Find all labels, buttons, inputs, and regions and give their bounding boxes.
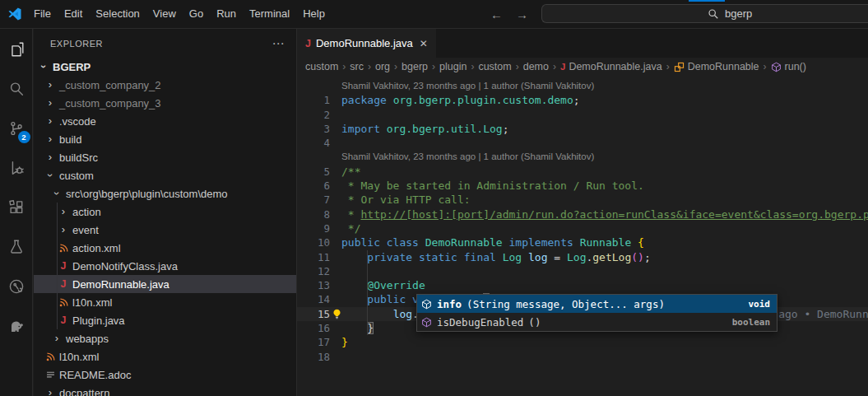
code-text: package org.bgerp.plugin.custom.demo;: [341, 93, 580, 107]
gradle-icon[interactable]: [0, 310, 33, 342]
search-view-icon[interactable]: [0, 72, 33, 105]
tree-item-plugin-java[interactable]: JPlugin.java: [34, 311, 296, 329]
tree-item-l10n-xml[interactable]: l10n.xml: [34, 347, 296, 366]
java-file-icon: J: [57, 260, 70, 272]
breadcrumb-org[interactable]: org: [375, 61, 390, 72]
breadcrumb-custom[interactable]: custom: [305, 61, 338, 72]
tree-item-label: .vscode: [59, 115, 96, 128]
menu-selection[interactable]: Selection: [89, 0, 146, 28]
tree-item-webapps[interactable]: ›webapps: [34, 329, 296, 347]
code-area[interactable]: Shamil Vakhitov, 23 months ago | 1 autho…: [297, 76, 868, 396]
tree-item-demorunnable-java[interactable]: JDemoRunnable.java: [34, 275, 296, 293]
menu-view[interactable]: View: [146, 0, 183, 28]
tree-item-src-org-bgerp-plugin-custom-demo[interactable]: ›src\org\bgerp\plugin\custom\demo: [34, 184, 296, 203]
code-line-6[interactable]: 6 * May be started in Administration / R…: [297, 179, 868, 193]
breadcrumb-bgerp[interactable]: bgerp: [402, 61, 428, 72]
tree-item-buildsrc[interactable]: ›buildSrc: [34, 148, 296, 166]
menu-edit[interactable]: Edit: [58, 0, 89, 28]
code-line-7[interactable]: 7 * Or via HTTP call:: [297, 193, 868, 207]
tree-item-l10n-xml[interactable]: l10n.xml: [34, 293, 296, 311]
tree-item-action[interactable]: ›action: [34, 203, 296, 221]
breadcrumb-plugin[interactable]: plugin: [439, 61, 466, 72]
code-line-9[interactable]: 9 */: [297, 221, 868, 235]
breadcrumb-separator: ›: [471, 61, 474, 72]
code-text: * Or via HTTP call:: [341, 193, 471, 207]
breadcrumb-separator: ›: [764, 61, 767, 72]
tab-demorunnable-java[interactable]: J DemoRunnable.java ✕: [297, 29, 436, 58]
explorer-icon[interactable]: [0, 33, 33, 66]
breadcrumb-custom[interactable]: custom: [478, 61, 511, 72]
run-and-debug-icon[interactable]: [0, 151, 33, 184]
code-text: /**: [341, 165, 360, 179]
extensions-icon[interactable]: [0, 191, 33, 224]
code-line-8[interactable]: 8 * http://[host]:[port]/admin/run.do?ac…: [297, 207, 868, 221]
breadcrumb-run[interactable]: run(): [771, 61, 806, 72]
tree-item-custom-company-3[interactable]: ›_custom_company_3: [34, 94, 296, 112]
menu-run[interactable]: Run: [210, 0, 243, 28]
adoc-file-icon: [44, 370, 57, 380]
line-number: 4: [297, 136, 330, 150]
code-line-5[interactable]: 5/**: [297, 165, 868, 179]
codelens-blame[interactable]: Shamil Vakhitov, 23 months ago | 1 autho…: [297, 79, 868, 93]
java-file-icon: J: [560, 62, 565, 72]
testing-icon[interactable]: [0, 231, 33, 263]
suggest-widget: info(String message, Object... args)void…: [416, 294, 777, 332]
tree-item-build[interactable]: ›build: [34, 130, 296, 148]
tree-item-label: l10n.xml: [72, 296, 112, 309]
chevron-down-icon: ›: [35, 60, 53, 73]
nav-forward-icon[interactable]: →: [516, 7, 528, 21]
breadcrumb-separator: ›: [553, 61, 556, 72]
breadcrumb-separator: ›: [342, 61, 346, 72]
java-file-icon: J: [57, 314, 70, 326]
nav-back-icon[interactable]: ←: [490, 7, 503, 21]
tree-item-label: build: [59, 133, 81, 146]
menu-go[interactable]: Go: [183, 0, 210, 28]
code-line-3[interactable]: 3import org.bgerp.util.Log;: [297, 122, 868, 136]
code-line-4[interactable]: 4: [297, 136, 868, 150]
suggestion-info[interactable]: info(String message, Object... args)void: [417, 295, 777, 313]
xml-file-icon: [44, 352, 57, 362]
code-line-17[interactable]: 17}: [297, 335, 868, 349]
tree-item-docpattern[interactable]: ›docpattern: [34, 384, 296, 396]
tree-item-event[interactable]: ›event: [34, 221, 296, 239]
code-line-1[interactable]: 1package org.bgerp.plugin.custom.demo;: [297, 93, 868, 107]
circular-extension-icon[interactable]: [0, 270, 33, 303]
suggestion-isdebugenabled[interactable]: isDebugEnabled()boolean: [417, 313, 777, 331]
breadcrumb-demo[interactable]: demo: [523, 61, 549, 72]
code-line-11[interactable]: 11 private static final Log log = Log.ge…: [297, 250, 868, 264]
tree-item-readme-adoc[interactable]: README.adoc: [34, 366, 296, 384]
breadcrumb-demorunnable[interactable]: DemoRunnable: [674, 61, 759, 72]
tree-item-action-xml[interactable]: action.xml: [34, 239, 296, 257]
menu-help[interactable]: Help: [296, 0, 332, 28]
menu-file[interactable]: File: [27, 0, 58, 28]
tree-item-demonotifyclass-java[interactable]: JDemoNotifyClass.java: [34, 257, 296, 275]
line-number: 1: [297, 93, 330, 107]
code-line-10[interactable]: 10public class DemoRunnable implements R…: [297, 235, 868, 249]
menu-terminal[interactable]: Terminal: [243, 0, 296, 28]
source-control-icon[interactable]: 2: [0, 112, 33, 145]
breadcrumb-demorunnable-java[interactable]: JDemoRunnable.java: [560, 61, 662, 72]
line-number: 7: [297, 193, 330, 207]
command-center-search[interactable]: bgerp: [541, 4, 868, 23]
code-line-18[interactable]: 18: [297, 350, 868, 364]
tree-item-label: _custom_company_3: [59, 97, 161, 109]
breadcrumb-separator: ›: [516, 61, 519, 72]
chevron-down-icon: ›: [41, 169, 59, 182]
gutter: [330, 122, 341, 136]
class-symbol-icon: [674, 62, 685, 72]
tree-item-label: DemoRunnable.java: [72, 278, 169, 291]
tree-item-custom-company-2[interactable]: ›_custom_company_2: [34, 76, 296, 94]
code-line-12[interactable]: 12: [297, 264, 868, 278]
tree-item-custom[interactable]: ›custom: [34, 166, 296, 184]
tree-root-bgerp[interactable]: › BGERP: [34, 58, 296, 76]
code-text: * http://[host]:[port]/admin/run.do?acti…: [341, 207, 868, 221]
close-icon[interactable]: ✕: [420, 38, 428, 49]
code-line-2[interactable]: 2: [297, 108, 868, 122]
codelens-blame[interactable]: Shamil Vakhitov, 23 months ago | 1 autho…: [297, 150, 868, 164]
more-actions-icon[interactable]: ⋯: [272, 36, 285, 51]
breadcrumb-src[interactable]: src: [350, 61, 364, 72]
line-number: 8: [297, 207, 330, 221]
tree-item-vscode[interactable]: ›.vscode: [34, 112, 296, 130]
tree-item-label: action.xml: [72, 242, 121, 254]
code-line-13[interactable]: 13 @Override: [297, 278, 868, 292]
